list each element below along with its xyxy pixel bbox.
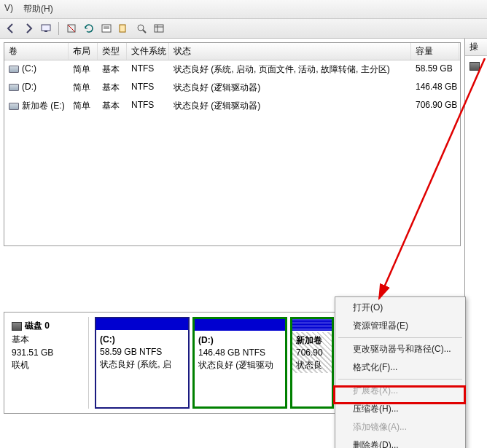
volume-list[interactable]: 卷 布局 类型 文件系统 状态 容量 (C:) 简单 基本 NTFS 状态良好 …	[4, 42, 461, 246]
vol-type: 基本	[98, 62, 127, 77]
disk-title: 磁盘 0	[25, 321, 50, 331]
svg-line-9	[143, 30, 146, 33]
nav-back-icon[interactable]	[4, 21, 18, 36]
disk-mgmt-icon	[470, 62, 480, 71]
part-size: 706.90	[296, 347, 323, 358]
vol-layout: 简单	[69, 98, 98, 114]
volume-icon	[9, 84, 19, 91]
volume-icon	[9, 66, 19, 73]
vol-layout: 简单	[69, 80, 98, 95]
part-label: (C:)	[100, 334, 115, 345]
menu-help[interactable]: 帮助(H)	[23, 3, 53, 15]
svg-line-3	[68, 25, 75, 32]
vol-label: 新加卷 (E:)	[22, 101, 65, 111]
menu-add-mirror: 添加镜像(A)...	[337, 418, 464, 436]
disk-info: 磁盘 0 基本 931.51 GB 联机	[9, 317, 89, 409]
part-status: 状态良好 (系统, 启	[100, 359, 171, 369]
vol-layout: 简单	[69, 62, 98, 77]
menu-explorer[interactable]: 资源管理器(E)	[337, 317, 464, 335]
menu-delete-volume[interactable]: 删除卷(D)...	[337, 436, 464, 448]
svg-rect-10	[155, 25, 163, 32]
properties-icon[interactable]	[99, 21, 114, 36]
vol-cap: 706.90 GB	[411, 98, 459, 114]
actions-header: 操	[465, 39, 487, 56]
vol-label: (C:)	[22, 63, 36, 74]
vol-status: 状态良好 (逻辑驱动器)	[169, 80, 411, 95]
refresh-icon[interactable]	[82, 21, 96, 36]
menu-format[interactable]: 格式化(F)...	[337, 358, 464, 377]
col-fs[interactable]: 文件系统	[127, 43, 169, 60]
find-icon[interactable]	[134, 21, 149, 36]
part-label: 新加卷	[296, 335, 322, 345]
volume-row[interactable]: 新加卷 (E:) 简单 基本 NTFS 状态良好 (逻辑驱动器) 706.90 …	[4, 97, 460, 115]
menu-extend-volume: 扩展卷(X)...	[337, 382, 464, 400]
vol-type: 基本	[98, 80, 127, 95]
nav-forward-icon[interactable]	[21, 21, 36, 36]
toolbar	[0, 19, 487, 39]
vol-status: 状态良好 (系统, 启动, 页面文件, 活动, 故障转储, 主分区)	[169, 62, 411, 77]
vol-cap: 58.59 GB	[411, 62, 459, 77]
volume-icon	[9, 103, 19, 110]
vol-fs: NTFS	[127, 62, 169, 77]
volume-row[interactable]: (D:) 简单 基本 NTFS 状态良好 (逻辑驱动器) 146.48 GB	[4, 79, 460, 97]
vol-fs: NTFS	[127, 80, 169, 95]
part-status: 状态良	[296, 360, 322, 370]
vol-cap: 146.48 GB	[411, 80, 459, 95]
svg-rect-1	[44, 31, 47, 32]
volume-row[interactable]: (C:) 简单 基本 NTFS 状态良好 (系统, 启动, 页面文件, 活动, …	[4, 60, 460, 79]
part-size: 58.59 GB NTFS	[100, 347, 162, 357]
vol-type: 基本	[98, 98, 127, 114]
part-label: (D:)	[198, 335, 214, 345]
vol-status: 状态良好 (逻辑驱动器)	[169, 98, 411, 114]
partition-c[interactable]: (C:) 58.59 GB NTFS 状态良好 (系统, 启	[95, 317, 190, 409]
col-layout[interactable]: 布局	[69, 43, 98, 60]
disk-icon	[12, 322, 22, 331]
svg-rect-7	[120, 25, 125, 32]
volume-list-header[interactable]: 卷 布局 类型 文件系统 状态 容量	[4, 43, 460, 60]
vol-fs: NTFS	[127, 98, 169, 114]
menu-bar[interactable]: V) 帮助(H)	[0, 0, 487, 19]
list-icon[interactable]	[152, 21, 166, 36]
part-status: 状态良好 (逻辑驱动	[198, 360, 273, 370]
part-size: 146.48 GB NTFS	[198, 347, 265, 358]
partition-e[interactable]: 新加卷 706.90 状态良	[290, 317, 334, 409]
context-menu[interactable]: 打开(O) 资源管理器(E) 更改驱动器号和路径(C)... 格式化(F)...…	[335, 296, 466, 448]
vol-label: (D:)	[22, 82, 36, 92]
col-type[interactable]: 类型	[98, 43, 127, 60]
help-icon[interactable]	[117, 21, 131, 36]
monitor-icon[interactable]	[39, 21, 53, 36]
col-volume[interactable]: 卷	[4, 43, 69, 60]
svg-rect-0	[42, 25, 50, 31]
disk-size: 931.51 GB	[12, 347, 85, 358]
menu-view[interactable]: V)	[4, 3, 13, 15]
menu-change-letter[interactable]: 更改驱动器号和路径(C)...	[337, 340, 464, 358]
action-icon[interactable]	[64, 21, 79, 36]
col-capacity[interactable]: 容量	[411, 43, 459, 60]
partition-d[interactable]: (D:) 146.48 GB NTFS 状态良好 (逻辑驱动	[192, 317, 287, 409]
col-status[interactable]: 状态	[169, 43, 411, 60]
menu-shrink-volume[interactable]: 压缩卷(H)...	[337, 400, 464, 418]
actions-pane: 操	[464, 39, 487, 448]
disk-kind: 基本	[12, 334, 85, 346]
disk-online: 联机	[12, 359, 85, 372]
svg-point-8	[138, 25, 144, 31]
menu-open[interactable]: 打开(O)	[337, 299, 464, 317]
